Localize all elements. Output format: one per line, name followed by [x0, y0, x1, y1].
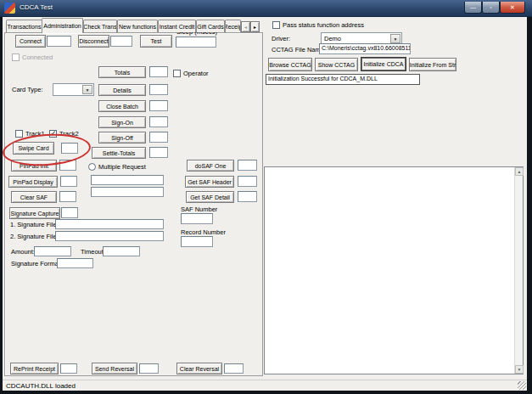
scroll-up-button[interactable]: ▲ [515, 167, 524, 176]
scroll-down-icon: ▼ [518, 367, 522, 372]
show-cctag-button[interactable]: Show CCTAG [315, 58, 358, 71]
settle-totals-button[interactable]: Settle-Totals [92, 147, 146, 159]
initialize-from-str-button[interactable]: Initialize From Str [409, 58, 456, 71]
tab-scroll-left-icon: ◄ [244, 25, 248, 30]
settle-totals-field[interactable] [149, 147, 168, 158]
driver-value: Demo [324, 35, 341, 42]
send-reversal-field[interactable] [139, 363, 159, 374]
track1-label: Track1 [25, 130, 45, 138]
record-number-field[interactable] [181, 236, 213, 247]
card-type-dropdown[interactable]: ▼ [53, 83, 94, 96]
track2-label: Track2 [59, 130, 79, 138]
send-reversal-button[interactable]: Send Reversal [92, 363, 137, 374]
cctag-file-name-label: CCTAG File Name: [272, 46, 326, 53]
pinpad-init-button[interactable]: PinPad Init [11, 160, 57, 172]
cctag-file-name-field[interactable]: C:\Moneris\cctag.vx810.66008511 [319, 43, 411, 54]
pinpad-init-field[interactable] [59, 160, 76, 171]
pinpad-display-field[interactable] [60, 176, 77, 187]
signature-capture-button[interactable]: Signature Capture [9, 207, 60, 219]
minimize-button[interactable]: — [464, 2, 482, 14]
clear-reversal-button[interactable]: Clear Reversal [176, 363, 222, 374]
pass-status-checkbox[interactable] [272, 21, 280, 29]
swipe-card-field[interactable] [61, 143, 78, 154]
sign-on-field[interactable] [149, 116, 168, 127]
initialize-cdca-button[interactable]: Initialize CDCA [361, 57, 406, 71]
tab-scroll-left-button[interactable]: ◄ [241, 21, 250, 32]
driver-dropdown-arrow-icon[interactable]: ▼ [390, 34, 400, 43]
card-type-dropdown-arrow-icon[interactable]: ▼ [82, 85, 92, 94]
timeout-field[interactable] [103, 246, 140, 256]
tab-check-trans[interactable]: Check Trans [83, 20, 117, 32]
tab-new-functions[interactable]: New functions [117, 20, 158, 32]
maximize-button[interactable]: ▫ [482, 2, 500, 14]
signature-format-label: Signature Format: [11, 260, 62, 267]
connect-field[interactable] [47, 36, 71, 47]
get-saf-detail-button[interactable]: Get SAF Detail [186, 191, 234, 203]
signature-file-2-label: 2. Signature File: [10, 233, 59, 240]
signature-format-field[interactable] [57, 258, 93, 268]
reprint-receipt-button[interactable]: RePrint Receipt [10, 363, 59, 374]
signature-file-1-field[interactable] [55, 219, 164, 229]
sleep-field[interactable] [176, 37, 216, 48]
disconnect-field[interactable] [110, 36, 132, 47]
get-saf-header-button[interactable]: Get SAF Header [185, 176, 234, 188]
multiple-request-field-2[interactable] [91, 187, 164, 197]
output-vertical-scrollbar[interactable]: ▲ ▼ [514, 167, 523, 374]
close-button[interactable]: ✕ [500, 2, 525, 14]
signature-file-1-label: 1. Signature File: [10, 221, 59, 228]
connect-button[interactable]: Connect [15, 35, 46, 48]
get-saf-header-field[interactable] [238, 176, 257, 187]
dosaf-one-button[interactable]: doSAF One [187, 160, 234, 172]
sign-off-field[interactable] [149, 132, 168, 143]
minimize-icon: — [470, 4, 476, 10]
browse-cctag-button[interactable]: Browse CCTAG [268, 58, 312, 71]
reprint-receipt-field[interactable] [60, 363, 77, 374]
tab-instant-credit[interactable]: Instant Credit [158, 20, 196, 32]
details-button[interactable]: Details [98, 84, 146, 96]
tab-receipt[interactable]: Receip [225, 20, 241, 32]
tab-scroll-right-button[interactable]: ► [250, 21, 260, 32]
window-title: CDCA Test [20, 3, 53, 11]
tab-gift-cards[interactable]: Gift Cards [196, 20, 225, 32]
pinpad-display-button[interactable]: PinPad Display [8, 176, 58, 188]
init-result-field[interactable]: Initialization Successful for CDCA_M.DLL [266, 74, 420, 85]
clear-reversal-field[interactable] [224, 363, 244, 374]
track2-checkbox[interactable] [49, 130, 57, 138]
multiple-request-field-1[interactable] [91, 175, 164, 185]
scroll-down-button[interactable]: ▼ [515, 365, 524, 374]
maximize-icon: ▫ [490, 4, 491, 10]
close-batch-field[interactable] [149, 100, 168, 111]
clear-saf-field[interactable] [59, 191, 76, 202]
tab-transactions[interactable]: Transactions [6, 20, 42, 32]
status-bar: CDCAUTH.DLL loaded [3, 380, 527, 391]
get-saf-detail-field[interactable] [238, 191, 257, 202]
clear-saf-button[interactable]: Clear SAF [11, 191, 57, 203]
totals-button[interactable]: Totals [98, 66, 146, 78]
output-text-area[interactable]: ▲ ▼ [264, 166, 524, 374]
connected-checkbox[interactable] [12, 53, 20, 61]
operator-checkbox[interactable] [173, 70, 181, 77]
track1-checkbox[interactable] [15, 130, 23, 138]
signature-file-2-field[interactable] [55, 231, 164, 241]
title-bar[interactable]: CDCA Test — ▫ ✕ [0, 0, 532, 17]
close-batch-button[interactable]: Close Batch [98, 100, 146, 112]
timeout-label: Timeout: [81, 248, 105, 256]
app-icon [4, 3, 15, 14]
details-field[interactable] [149, 84, 168, 95]
dosaf-one-field[interactable] [238, 160, 257, 171]
totals-field[interactable] [149, 66, 168, 77]
resize-grip[interactable] [518, 381, 526, 390]
connected-label: Connected [22, 53, 53, 61]
signature-capture-field[interactable] [61, 207, 78, 218]
operator-label: Operator [183, 70, 209, 77]
sign-off-button[interactable]: Sign-Off [98, 132, 146, 144]
amount-field[interactable] [34, 246, 71, 256]
tab-administration[interactable]: Administration [42, 18, 83, 33]
sign-on-button[interactable]: Sign-On [98, 116, 146, 128]
test-button[interactable]: Test [140, 35, 172, 48]
multiple-request-radio[interactable] [88, 163, 96, 171]
disconnect-button[interactable]: Disconnect [78, 35, 109, 48]
swipe-card-button[interactable]: Swipe Card [13, 142, 54, 155]
close-icon: ✕ [510, 4, 515, 10]
saf-number-field[interactable] [181, 213, 213, 224]
